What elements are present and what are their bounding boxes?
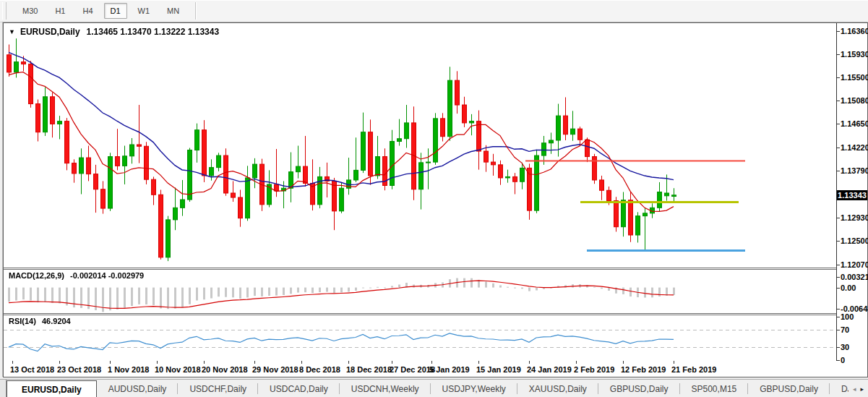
price-axis-tick: 1.12930 xyxy=(841,213,868,222)
date-axis-label: 5 Jan 2019 xyxy=(429,365,470,374)
date-tick xyxy=(110,361,111,364)
date-axis-label: 29 Nov 2018 xyxy=(252,365,298,374)
chart-window: ▼ EURUSD,Daily 1.13465 1.13470 1.13222 1… xyxy=(3,22,868,377)
date-tick xyxy=(59,361,60,364)
date-axis-label: 15 Jan 2019 xyxy=(476,365,521,374)
price-axis-tick: 1.15080 xyxy=(841,96,868,105)
price-chart-canvas[interactable] xyxy=(4,23,836,268)
date-axis-label: 18 Dec 2018 xyxy=(346,365,392,374)
macd-name: MACD(12,26,9) xyxy=(9,271,64,280)
chart-tab-xauusd-daily[interactable]: XAUUSD,Daily xyxy=(517,380,598,397)
chart-tab-usdchf-daily[interactable]: USDCHF,Daily xyxy=(178,380,258,397)
indicator-axis-tick: 0.003216 xyxy=(841,273,868,281)
indicator-axis-tick: 70 xyxy=(841,325,849,334)
date-axis-label: 12 Feb 2019 xyxy=(621,365,666,374)
date-tick xyxy=(392,361,392,364)
tabbar-edge xyxy=(0,380,7,397)
timeframe-button-m30[interactable]: M30 xyxy=(16,3,44,19)
tab-scroll-left-icon[interactable]: ◂ xyxy=(853,385,856,393)
price-axis-tick: 1.15500 xyxy=(841,73,868,82)
price-axis-tick: 1.13790 xyxy=(841,166,868,175)
date-axis-label: 2 Feb 2019 xyxy=(574,365,614,374)
chart-tab-gbpusd-daily[interactable]: GBPUSD,Daily xyxy=(748,380,830,397)
date-tick xyxy=(204,361,205,364)
chart-tab-bar: EURUSD,DailyAUDUSD,DailyUSDCHF,DailyUSDC… xyxy=(0,379,868,397)
date-axis-label: 24 Jan 2019 xyxy=(527,365,572,374)
mt4-application: M30H1H4D1W1MN ▼ EURUSD,Daily 1.13465 1.1… xyxy=(0,0,868,397)
macd-label: MACD(12,26,9) -0.002014 -0.002979 xyxy=(9,271,144,280)
chart-tab-usdjpy-weekly[interactable]: USDJPY,Weekly xyxy=(431,380,517,397)
date-tick xyxy=(529,361,530,364)
chart-title: ▼ EURUSD,Daily 1.13465 1.13470 1.13222 1… xyxy=(9,27,219,37)
chart-ohlc-values: 1.13465 1.13470 1.13222 1.13343 xyxy=(87,27,220,37)
timeframe-toolbar: M30H1H4D1W1MN xyxy=(0,0,868,22)
date-tick xyxy=(576,361,577,364)
date-tick xyxy=(674,361,674,364)
timeframe-buttons: M30H1H4D1W1MN xyxy=(14,3,188,19)
rsi-pane-canvas[interactable] xyxy=(4,315,836,361)
indicator-axis-tick: 0 xyxy=(841,356,845,364)
date-tick xyxy=(157,361,158,364)
chart-tab-audusd-daily[interactable]: AUDUSD,Daily xyxy=(97,380,179,397)
chart-tab-gbpusd-daily[interactable]: GBPUSD,Daily xyxy=(598,380,680,397)
toolbar-grip[interactable] xyxy=(2,2,7,20)
tab-scroll-right-icon[interactable]: ▸ xyxy=(860,385,864,393)
date-axis-label: 10 Nov 2018 xyxy=(155,365,201,374)
macd-values: -0.002014 -0.002979 xyxy=(70,271,144,280)
date-tick xyxy=(478,361,479,364)
indicator-axis-tick: 100 xyxy=(841,312,854,321)
rsi-label: RSI(14) 46.9204 xyxy=(9,317,71,325)
date-tick xyxy=(12,361,13,364)
date-axis-label: 8 Dec 2018 xyxy=(299,365,340,374)
date-tick xyxy=(301,361,302,364)
tab-scroll-controls: ◂ ▸ xyxy=(848,380,868,397)
timeframe-button-h4[interactable]: H4 xyxy=(76,3,99,19)
price-axis-tick: 1.15930 xyxy=(841,50,868,59)
price-axis-tick: 1.14220 xyxy=(841,143,868,152)
chart-symbol-period: EURUSD,Daily xyxy=(20,27,80,37)
chart-tab-usdcnh-weekly[interactable]: USDCNH,Weekly xyxy=(340,380,431,397)
date-axis-label: 27 Dec 2018 xyxy=(390,365,435,374)
indicator-axis-tick: 0.00 xyxy=(841,283,856,292)
chart-tabs: EURUSD,DailyAUDUSD,DailyUSDCHF,DailyUSDC… xyxy=(7,380,848,397)
date-axis[interactable]: 13 Oct 201823 Oct 20181 Nov 201810 Nov 2… xyxy=(4,361,867,375)
date-tick xyxy=(348,361,349,364)
timeframe-button-w1[interactable]: W1 xyxy=(132,3,157,19)
chart-dropdown-icon[interactable]: ▼ xyxy=(9,28,15,35)
date-axis-label: 13 Oct 2018 xyxy=(10,365,54,374)
date-axis-label: 20 Nov 2018 xyxy=(202,365,248,374)
date-tick xyxy=(623,361,624,364)
price-axis-tick: 1.12500 xyxy=(841,236,868,245)
date-axis-label: 1 Nov 2018 xyxy=(108,365,149,374)
price-axis-tick: 1.12070 xyxy=(841,260,868,269)
rsi-value: 46.9204 xyxy=(42,317,71,325)
date-tick xyxy=(254,361,255,364)
date-axis-label: 23 Oct 2018 xyxy=(57,365,101,374)
toolbar-separator xyxy=(195,2,197,20)
timeframe-button-d1[interactable]: D1 xyxy=(104,3,127,19)
chart-tab-usdcad-daily[interactable]: USDCAD,Daily xyxy=(258,380,340,397)
chart-tab-eurusd-daily[interactable]: EURUSD,Daily xyxy=(7,380,97,397)
price-axis-tick: 1.14650 xyxy=(841,119,868,128)
timeframe-button-mn[interactable]: MN xyxy=(160,3,186,19)
chart-tab-sp500-m15[interactable]: SP500,M15 xyxy=(680,380,749,397)
current-price-badge: 1.13343 xyxy=(837,190,867,200)
timeframe-button-h1[interactable]: H1 xyxy=(48,3,72,19)
date-axis-label: 21 Feb 2019 xyxy=(671,365,716,374)
indicator-axis-tick: 30 xyxy=(841,343,849,351)
price-axis-tick: 1.16360 xyxy=(841,27,868,35)
date-tick xyxy=(431,361,432,364)
rsi-name: RSI(14) xyxy=(9,317,36,325)
chart-tab-dj30-h4[interactable]: DJ30,H4 xyxy=(830,380,848,397)
